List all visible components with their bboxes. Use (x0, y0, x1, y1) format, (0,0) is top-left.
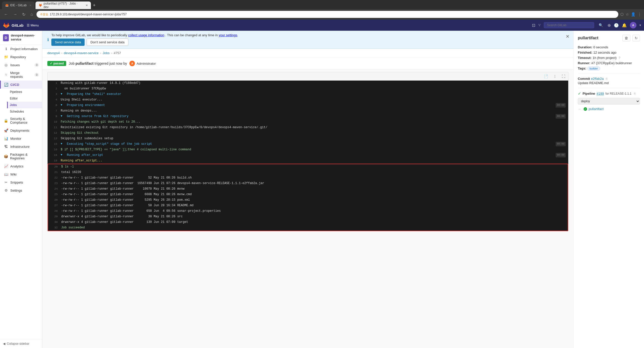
repository-icon: 📁 (4, 55, 8, 59)
log-line: 13 Skipping Git submodules setup (48, 136, 568, 142)
log-line: 21 total 16220 (48, 170, 568, 175)
sidebar-item-schedules[interactable]: Schedules (7, 108, 42, 115)
panel-retry-button[interactable]: ↻ (632, 35, 640, 41)
browser-tab-job[interactable]: 🦊 pullartifact (#757) · Jobs · dev· ✕ (35, 2, 91, 9)
log-line: 7 Running on devops... (48, 108, 568, 114)
topbar-create-icon[interactable]: ⊕ (607, 23, 611, 28)
merge-requests-icon: ⑂ (4, 73, 8, 77)
collapse-icon: ◀ (3, 342, 5, 345)
menu-icon[interactable]: ⋮ (638, 12, 641, 17)
sidebar-item-deployments[interactable]: 🚀 Deployments (0, 126, 42, 134)
sidebar-item-security[interactable]: 🔒 Security & Compliance (0, 115, 42, 126)
commit-link[interactable]: e2ffab2a (591, 77, 603, 81)
log-raw-button[interactable]: 📄 (542, 74, 550, 79)
reload-button[interactable]: ↻ (21, 12, 27, 17)
cicd-icon: 🔄 (4, 83, 8, 87)
log-expand-6[interactable]: ▼ (61, 103, 62, 108)
copy-commit-icon[interactable]: ⎘ (606, 77, 607, 81)
panel-job-name: pullartifact (578, 36, 598, 40)
home-button[interactable]: ⌂ (29, 12, 34, 17)
sidebar-item-pipelines[interactable]: Pipelines (7, 89, 42, 95)
sidebar-item-cicd[interactable]: 🔄 CI/CD (0, 81, 42, 89)
sidebar-label-merge-requests: Merge requests (10, 71, 32, 79)
timeout-help-icon[interactable]: ? (619, 56, 620, 60)
pullartifact-link[interactable]: pullartifact (589, 107, 603, 111)
sidebar-label-deployments: Deployments (10, 129, 29, 132)
new-tab-button[interactable]: + (93, 3, 96, 8)
security-icon: 🔒 (4, 119, 8, 123)
log-expand-18[interactable]: ▼ (61, 153, 62, 157)
log-line: 30 drwxrwxr-x 4 gitlab-runner gitlab-run… (48, 220, 568, 225)
address-bar[interactable]: 不安全 172.29.9.101/devops4/devops4-maven-s… (37, 11, 618, 18)
browser-tab-ide[interactable]: 🦊 IDE - GitLab ✕ (2, 2, 34, 9)
tab-close-ide[interactable]: ✕ (29, 4, 31, 7)
project-header[interactable]: D devops4-maven-service (0, 31, 42, 45)
sidebar-item-project-info[interactable]: ℹ Project information (0, 45, 42, 53)
breadcrumb-jobs[interactable]: Jobs (103, 51, 110, 55)
deploy-select[interactable]: deploy (578, 98, 640, 105)
pullartifact-row: → ✓ pullartifact (578, 107, 640, 111)
back-button[interactable]: ← (3, 12, 10, 17)
sidebar-item-infrastructure[interactable]: 🏗 Infrastructure (0, 143, 42, 151)
topbar-activity-icon[interactable]: 🕐 (614, 23, 619, 28)
tab-close-job[interactable]: ✕ (86, 4, 88, 7)
settings-link[interactable]: your settings (219, 33, 237, 37)
extensions-icon[interactable]: ⬡ (620, 12, 624, 17)
topbar-icon-merge[interactable]: ⑂ (538, 23, 541, 27)
avatar-chevron[interactable]: ▾ (639, 23, 641, 27)
search-input[interactable] (544, 22, 594, 28)
sidebar-item-wiki[interactable]: 📖 Wiki (0, 170, 42, 178)
runner-label: Runner: (578, 61, 590, 65)
log-line: 28 -rw-rw-r-- 1 gitlab-runner gitlab-run… (48, 208, 568, 214)
arrow-right-icon: → (578, 107, 581, 111)
sidebar-label-infrastructure: Infrastructure (10, 145, 30, 149)
user-avatar[interactable]: A (630, 22, 636, 28)
collapse-label: Collapse sidebar (7, 342, 29, 345)
sidebar-item-editor[interactable]: Editor (7, 95, 42, 102)
copy-pipeline-icon[interactable]: ⎘ (634, 92, 636, 95)
sidebar-item-settings[interactable]: ⚙ Settings (0, 186, 42, 194)
right-panel: pullartifact 🗑 ↻ Duration: 0 seconds Fin… (574, 31, 644, 348)
topbar-search-button[interactable]: 🔍 (597, 23, 604, 28)
dont-send-service-data-button[interactable]: Don't send service data (87, 39, 128, 46)
log-options-button[interactable]: ⋮ (552, 74, 558, 79)
log-expand-9[interactable]: ▼ (61, 114, 62, 119)
sidebar-item-issues[interactable]: ◎ Issues 0 (0, 61, 42, 69)
collapse-sidebar-button[interactable]: ◀ Collapse sidebar (0, 339, 42, 348)
sidebar-item-merge-requests[interactable]: ⑂ Merge requests 0 (0, 69, 42, 81)
notice-info-icon: ℹ (47, 37, 49, 42)
log-fullscreen-button[interactable]: ⛶ (560, 74, 567, 79)
panel-action-buttons: 🗑 ↻ (622, 35, 640, 41)
sidebar-item-packages[interactable]: 📦 Packages & Registries (0, 151, 42, 162)
breadcrumb-sep-3: › (111, 51, 112, 55)
breadcrumb-sep-1: › (61, 51, 62, 55)
bookmark-icon[interactable]: ☆ (626, 12, 629, 17)
duration-value: 0 seconds (593, 45, 608, 49)
sidebar-item-jobs[interactable]: Jobs (7, 102, 42, 108)
sidebar-item-monitor[interactable]: 📊 Monitor (0, 134, 42, 143)
collect-usage-link[interactable]: collect usage information (128, 33, 164, 37)
pipeline-row: ✓ Pipeline #199 for RELEASE-1.1.1 ⎘ (578, 91, 640, 96)
breadcrumb-project[interactable]: devops4-maven-service (64, 51, 99, 55)
breadcrumb-devops4[interactable]: devops4 (47, 51, 60, 55)
panel-delete-button[interactable]: 🗑 (622, 35, 630, 41)
sidebar-label-analytics: Analytics (10, 164, 23, 168)
log-area: 1 Running with gitlab-runner 14.9.1 (f18… (47, 80, 568, 231)
sidebar-item-analytics[interactable]: 📈 Analytics (0, 162, 42, 170)
sidebar-item-snippets[interactable]: ✂ Snippets (0, 178, 42, 186)
send-service-data-button[interactable]: Send service data (51, 39, 85, 46)
forward-button[interactable]: → (12, 12, 19, 17)
log-line: 23 -rw-rw-r-- 1 gitlab-runner gitlab-run… (48, 181, 568, 186)
menu-button[interactable]: ☰ Menu (27, 23, 39, 27)
notice-close-button[interactable]: ✕ (566, 34, 569, 39)
profile-icon[interactable]: 👤 (631, 12, 636, 17)
topbar-icon-home[interactable]: ⊡ (532, 23, 535, 28)
pipeline-link[interactable]: #199 (597, 92, 604, 95)
topbar-notification-icon[interactable]: 🔔 (622, 23, 627, 28)
snippets-icon: ✂ (4, 180, 8, 184)
deployments-icon: 🚀 (4, 128, 8, 132)
finished-value: 12 seconds ago (593, 51, 617, 54)
log-expand-3[interactable]: ▼ (61, 92, 62, 96)
log-expand-15[interactable]: ▼ (61, 142, 62, 146)
sidebar-item-repository[interactable]: 📁 Repository (0, 53, 42, 61)
